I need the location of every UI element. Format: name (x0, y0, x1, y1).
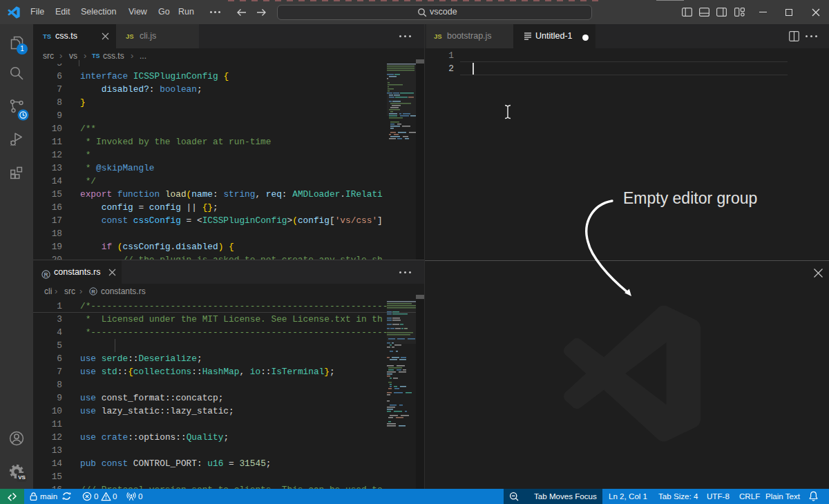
svg-text:R: R (91, 289, 95, 295)
svg-text:R: R (44, 271, 48, 278)
